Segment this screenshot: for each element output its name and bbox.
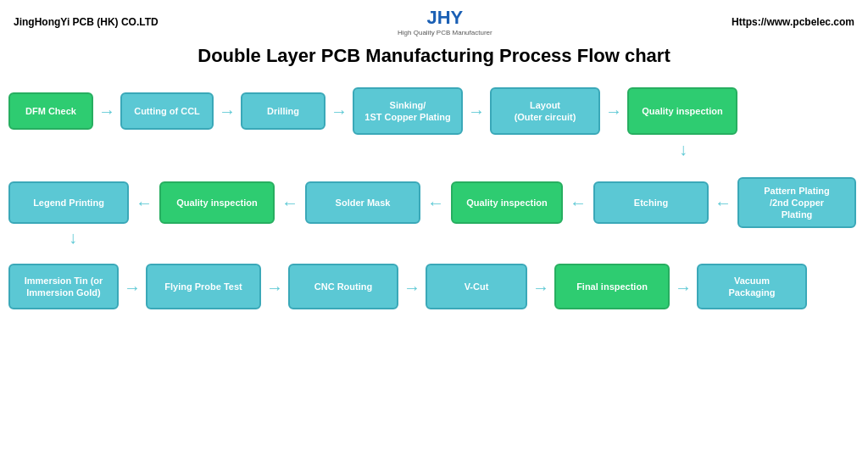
main-title: Double Layer PCB Manufacturing Process F…	[0, 40, 868, 75]
node-sinking: Sinking/ 1ST Copper Plating	[353, 87, 463, 135]
node-drilling: Drilling	[241, 92, 326, 130]
node-dfm: DFM Check	[8, 92, 93, 130]
logo: JHY High Quality PCB Manufacturer	[398, 7, 492, 36]
arrow-1-1	[95, 99, 119, 123]
website: Https://www.pcbelec.com	[732, 16, 854, 28]
page: JingHongYi PCB (HK) CO.LTD JHY High Qual…	[0, 0, 868, 451]
node-cutting: Cutting of CCL	[120, 92, 214, 130]
arrow-2-4	[565, 192, 592, 213]
node-cnc: CNC Routing	[288, 264, 398, 309]
arrow-1-5	[602, 99, 626, 123]
node-soldermask: Solder Mask	[305, 181, 420, 224]
node-layout: Layout (Outer circuit)	[490, 87, 600, 135]
arrow-1-4	[465, 99, 488, 123]
arrow-down-2	[61, 226, 85, 249]
arrow-2-1	[131, 192, 158, 213]
arrow-2-3	[422, 192, 449, 213]
logo-sub: High Quality PCB Manufacturer	[398, 29, 492, 36]
node-qi1: Quality inspection	[627, 87, 737, 135]
node-vacuum: Vacuum Packaging	[697, 264, 807, 309]
arrow-1-3	[327, 99, 351, 123]
arrow-down-1	[671, 136, 695, 162]
node-qi2: Quality inspection	[159, 181, 275, 224]
node-legend: Legend Printing	[8, 181, 129, 224]
node-vcut: V-Cut	[426, 264, 527, 309]
arrow-2-2	[276, 192, 303, 213]
node-final: Final inspection	[554, 264, 670, 309]
arrow-3-3	[400, 277, 424, 298]
arrow-3-5	[671, 277, 695, 298]
node-etching: Etching	[593, 181, 709, 224]
arrow-3-1	[120, 277, 144, 298]
header: JingHongYi PCB (HK) CO.LTD JHY High Qual…	[0, 0, 868, 40]
arrow-1-2	[215, 99, 239, 123]
arrow-2-5	[710, 192, 736, 213]
logo-text: JHY	[398, 7, 492, 29]
node-immersion: Immersion Tin (or Immersion Gold)	[8, 264, 119, 309]
node-pattern: Pattern Plating /2nd Copper Plating	[737, 177, 856, 228]
arrow-3-2	[263, 277, 287, 298]
arrow-3-4	[529, 277, 553, 298]
node-qi3: Quality inspection	[451, 181, 563, 224]
flow-area: DFM Check Cutting of CCL Drilling Sinkin…	[0, 75, 868, 432]
company-name: JingHongYi PCB (HK) CO.LTD	[14, 16, 159, 28]
node-flying: Flying Probe Test	[146, 264, 261, 309]
